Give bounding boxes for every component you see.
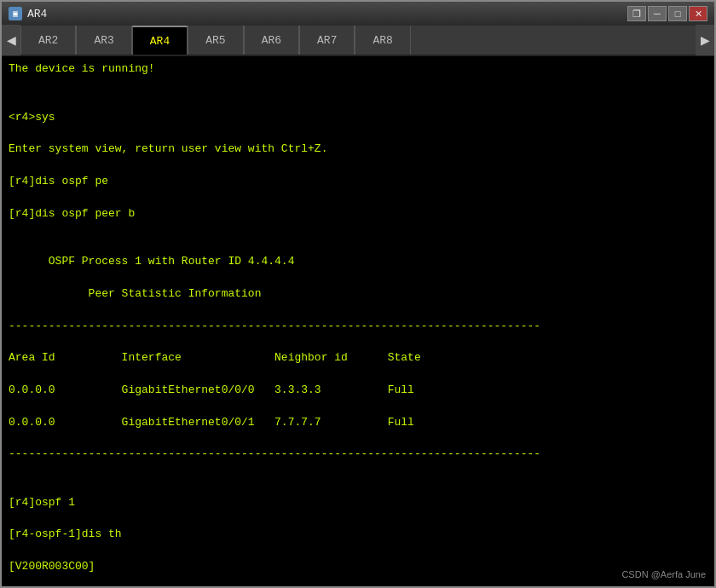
watermark: CSDN @Aerfa June (621, 569, 706, 579)
main-window: ▣ AR4 ❐ ─ □ ✕ ◀ AR2 AR3 AR4 AR5 AR6 AR7 … (0, 0, 716, 588)
terminal-line: 0.0.0.0 GigabitEthernet0/0/0 3.3.3.3 Ful… (9, 383, 707, 399)
close-button[interactable]: ✕ (689, 6, 707, 21)
restore-button[interactable]: ❐ (627, 6, 646, 21)
window-controls: ❐ ─ □ ✕ (627, 6, 707, 21)
terminal-line: [r4]dis ospf pe (9, 174, 707, 190)
terminal-line: <r4>sys (9, 110, 707, 126)
terminal-line: 0.0.0.0 GigabitEthernet0/0/1 7.7.7.7 Ful… (9, 415, 707, 431)
tab-next-button[interactable]: ▶ (696, 25, 714, 55)
terminal-line: [r4]dis ospf peer b (9, 206, 707, 222)
terminal-line: [r4-ospf-1]dis th (9, 527, 707, 543)
terminal-line: Area Id Interface Neighbor id State (9, 350, 707, 366)
terminal-line: Peer Statistic Information (9, 286, 707, 303)
tab-ar2[interactable]: AR2 (20, 26, 76, 55)
terminal-line: [r4]ospf 1 (9, 495, 707, 511)
tab-ar5[interactable]: AR5 (188, 26, 243, 55)
app-icon: ▣ (9, 7, 22, 20)
terminal-output[interactable]: The device is running! <r4>sys Enter sys… (2, 56, 714, 586)
tab-ar6[interactable]: AR6 (244, 26, 299, 55)
terminal-line: ----------------------------------------… (9, 447, 707, 463)
terminal-line: The device is running! (9, 61, 707, 78)
tab-bar: ◀ AR2 AR3 AR4 AR5 AR6 AR7 AR8 ▶ (2, 26, 714, 56)
terminal-line: OSPF Process 1 with Router ID 4.4.4.4 (9, 254, 707, 270)
tabs-container: AR2 AR3 AR4 AR5 AR6 AR7 AR8 (20, 26, 696, 55)
tab-ar8[interactable]: AR8 (355, 26, 410, 55)
terminal-line: [V200R003C00] (9, 559, 707, 575)
app-icon-text: ▣ (13, 9, 18, 19)
tab-ar3[interactable]: AR3 (76, 26, 131, 55)
terminal-line: Enter system view, return user view with… (9, 141, 707, 158)
tab-ar7[interactable]: AR7 (299, 26, 355, 55)
maximize-button[interactable]: □ (668, 6, 687, 21)
tab-prev-button[interactable]: ◀ (2, 25, 20, 55)
tab-ar4[interactable]: AR4 (132, 26, 188, 55)
window-title: AR4 (27, 8, 627, 20)
title-bar: ▣ AR4 ❐ ─ □ ✕ (2, 2, 714, 26)
terminal-line: ----------------------------------------… (9, 319, 707, 335)
minimize-button[interactable]: ─ (648, 6, 667, 21)
